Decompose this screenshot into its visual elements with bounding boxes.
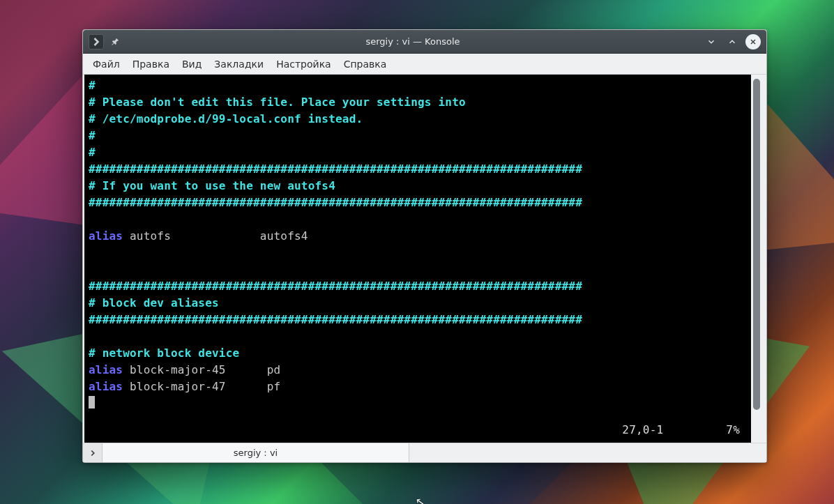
terminal-line: [89, 261, 747, 278]
scrollbar[interactable]: [751, 76, 761, 441]
menubar: Файл Правка Вид Закладки Настройка Справ…: [83, 54, 766, 75]
menu-help[interactable]: Справка: [344, 59, 387, 70]
terminal-line: alias block-major-47 pf: [89, 379, 747, 395]
terminal-line: [89, 211, 747, 228]
menu-view[interactable]: Вид: [182, 59, 202, 70]
terminal-line: #: [89, 144, 747, 161]
pin-icon[interactable]: [108, 34, 122, 49]
scrollbar-thumb[interactable]: [753, 79, 760, 410]
maximize-button[interactable]: [725, 34, 740, 49]
app-menu-icon[interactable]: [89, 34, 104, 49]
terminal-viewport[interactable]: ## Please don't edit this file. Place yo…: [84, 75, 751, 443]
minimize-button[interactable]: [704, 34, 719, 49]
scrollbar-track[interactable]: [753, 79, 760, 438]
terminal-line: ########################################…: [89, 194, 747, 211]
terminal-line: # Please don't edit this file. Place you…: [89, 94, 747, 111]
tab-label: sergiy : vi: [234, 448, 278, 458]
terminal-line: # network block device: [89, 345, 747, 362]
konsole-window: sergiy : vi — Konsole Файл Правка Вид За…: [82, 29, 767, 463]
mouse-cursor-icon: ↖: [415, 494, 426, 504]
terminal-line: # /etc/modprobe.d/99-local.conf instead.: [89, 111, 747, 128]
terminal-cursor-line: [89, 395, 747, 412]
close-button[interactable]: [745, 34, 761, 49]
terminal-line: # block dev aliases: [89, 295, 747, 312]
menu-file[interactable]: Файл: [93, 59, 120, 70]
terminal-line: # If you want to use the new autofs4: [89, 178, 747, 194]
terminal-line: ########################################…: [89, 312, 747, 328]
menu-edit[interactable]: Правка: [132, 59, 169, 70]
menu-bookmarks[interactable]: Закладки: [214, 59, 264, 70]
tab-active[interactable]: sergiy : vi: [103, 443, 409, 462]
terminal-line: ########################################…: [89, 278, 747, 295]
terminal-line: #: [89, 128, 747, 144]
menu-settings[interactable]: Настройка: [276, 59, 331, 70]
terminal-line: ########################################…: [89, 161, 747, 178]
titlebar[interactable]: sergiy : vi — Konsole: [83, 30, 766, 54]
vi-status-position: 27,0-1: [622, 422, 663, 438]
terminal-line: alias autofs autofs4: [89, 228, 747, 245]
tabbar: sergiy : vi: [83, 443, 766, 462]
terminal-line: alias block-major-45 pd: [89, 362, 747, 379]
window-title: sergiy : vi — Konsole: [126, 36, 699, 47]
block-cursor-icon: [89, 396, 95, 408]
new-tab-button[interactable]: [83, 443, 103, 462]
terminal-line: #: [89, 77, 747, 94]
vi-status-percent: 7%: [726, 422, 740, 438]
vi-status: 27,0-17%: [622, 422, 740, 438]
terminal-line: [89, 328, 747, 345]
terminal-line: [89, 245, 747, 261]
